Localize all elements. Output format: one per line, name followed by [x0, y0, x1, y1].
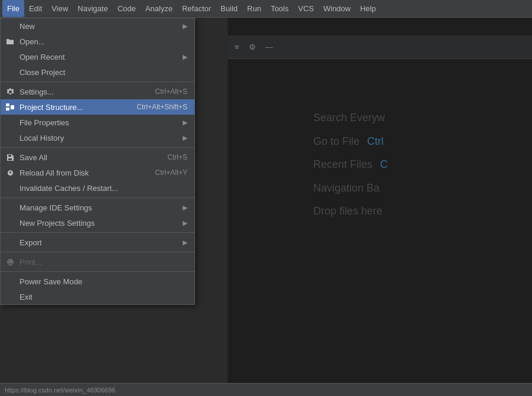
statusbar-url: https://blog.csdn.net/weixin_46906696 — [5, 387, 115, 394]
menu-build[interactable]: Build — [216, 0, 242, 17]
statusbar: https://blog.csdn.net/weixin_46906696 — [0, 383, 532, 396]
menu-item-close-project[interactable]: Close Project — [1, 64, 194, 80]
menu-item-local-history[interactable]: Local History ▶ — [1, 130, 194, 145]
menu-item-project-structure[interactable]: Project Structure... Ctrl+Alt+Shift+S — [1, 99, 194, 115]
menu-navigate[interactable]: Navigate — [73, 0, 112, 17]
menu-help[interactable]: Help — [355, 0, 381, 17]
menu-item-file-properties[interactable]: File Properties ▶ — [1, 115, 194, 130]
menu-item-print: Print... — [1, 254, 194, 270]
open-icon — [4, 38, 16, 45]
separator-2 — [1, 147, 194, 148]
settings-icon — [4, 88, 16, 96]
menu-item-exit[interactable]: Exit — [1, 289, 194, 304]
svg-rect-1 — [6, 108, 9, 111]
menu-code[interactable]: Code — [113, 0, 141, 17]
menu-window[interactable]: Window — [319, 0, 355, 17]
menu-item-settings[interactable]: Settings... Ctrl+Alt+S — [1, 84, 194, 99]
menu-run[interactable]: Run — [242, 0, 266, 17]
menu-item-invalidate-caches[interactable]: Invalidate Caches / Restart... — [1, 180, 194, 196]
menu-item-export[interactable]: Export ▶ — [1, 235, 194, 250]
menu-item-manage-ide[interactable]: Manage IDE Settings ▶ — [1, 200, 194, 215]
reload-icon — [4, 169, 16, 177]
menu-view[interactable]: View — [47, 0, 73, 17]
menu-tools[interactable]: Tools — [266, 0, 293, 17]
menu-item-new-projects-settings[interactable]: New Projects Settings ▶ — [1, 215, 194, 231]
menu-refactor[interactable]: Refactor — [177, 0, 216, 17]
menu-analyze[interactable]: Analyze — [141, 0, 177, 17]
svg-rect-0 — [6, 103, 9, 106]
menu-item-open[interactable]: Open... — [1, 34, 194, 49]
project-structure-icon — [4, 103, 16, 111]
svg-rect-2 — [11, 105, 14, 109]
menu-item-power-save[interactable]: Power Save Mode — [1, 274, 194, 289]
menubar: File Edit View Navigate Code Analyze Ref… — [0, 0, 532, 18]
file-dropdown-menu: New ▶ Open... Open Recent ▶ Close Projec… — [0, 18, 195, 305]
menu-edit[interactable]: Edit — [24, 0, 47, 17]
separator-4 — [1, 232, 194, 233]
menu-item-open-recent[interactable]: Open Recent ▶ — [1, 49, 194, 64]
menu-item-save-all[interactable]: Save All Ctrl+S — [1, 150, 194, 165]
print-icon — [4, 258, 16, 266]
menu-overlay — [228, 18, 532, 383]
menu-vcs[interactable]: VCS — [293, 0, 319, 17]
save-all-icon — [4, 154, 16, 161]
separator-6 — [1, 271, 194, 272]
separator-5 — [1, 252, 194, 252]
menu-item-reload-disk[interactable]: Reload All from Disk Ctrl+Alt+Y — [1, 165, 194, 180]
separator-1 — [1, 82, 194, 82]
menu-file[interactable]: File — [2, 0, 24, 17]
separator-3 — [1, 197, 194, 198]
menu-item-new[interactable]: New ▶ — [1, 18, 194, 34]
